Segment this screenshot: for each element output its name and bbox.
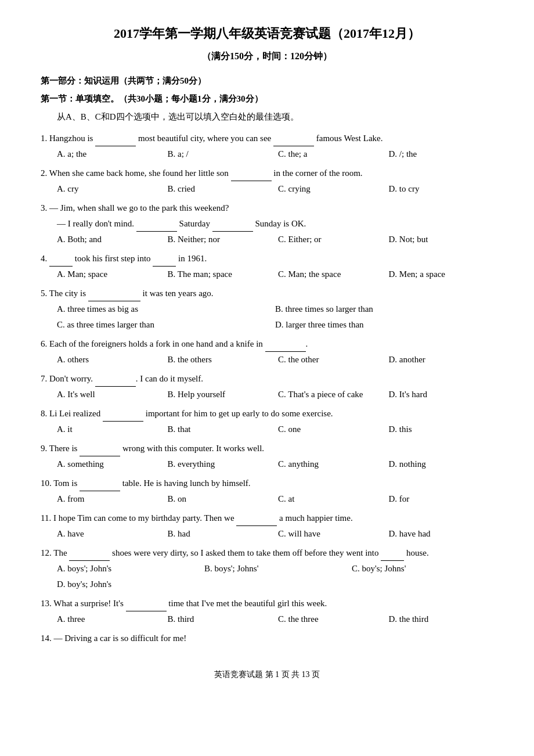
q13-option-c: C. the three (278, 611, 383, 627)
question-12: 12. The shoes were very dirty, so I aske… (41, 545, 493, 592)
q12-option-c: C. boy's; Johns' (352, 561, 493, 577)
section1-header: 第一节：单项填空。（共30小题；每小题1分，满分30分） (41, 91, 493, 107)
question-11-options: A. have B. had C. will have D. have had (41, 526, 493, 542)
q12-option-a: A. boys'; John's (57, 561, 199, 577)
q12-option-d: D. boy's; John's (57, 577, 493, 592)
q4-option-a: A. Man; space (57, 267, 162, 282)
question-2-options: A. cry B. cried C. crying D. to cry (41, 181, 493, 197)
q11-option-b: B. had (168, 526, 273, 542)
question-9-text: 9. There is wrong with this computer. It… (41, 441, 493, 456)
question-12-options: A. boys'; John's B. boys'; Johns' C. boy… (41, 561, 493, 592)
q2-option-a: A. cry (57, 181, 162, 197)
q8-option-d: D. this (389, 422, 494, 437)
question-9: 9. There is wrong with this computer. It… (41, 441, 493, 472)
q9-option-b: B. everything (168, 456, 273, 472)
question-10-options: A. from B. on C. at D. for (41, 491, 493, 507)
q1-option-d: D. /; the (389, 146, 494, 162)
question-13-options: A. three B. third C. the three D. the th… (41, 611, 493, 627)
question-2: 2. When she came back home, she found he… (41, 165, 493, 197)
q3-option-b: B. Neither; nor (168, 232, 273, 247)
question-11-text: 11. I hope Tim can come to my birthday p… (41, 510, 493, 526)
q13-option-b: B. third (168, 611, 273, 627)
q13-option-d: D. the third (389, 611, 494, 627)
section1-instruction: 从A、B、C和D四个选项中，选出可以填入空白处的最佳选项。 (41, 109, 493, 125)
question-3-text: 3. — Jim, when shall we go to the park t… (41, 200, 493, 216)
q12-option-b: B. boys'; Johns' (204, 561, 346, 577)
q5-option-a: A. three times as big as (57, 301, 275, 317)
question-10-text: 10. Tom is table. He is having lunch by … (41, 476, 493, 491)
question-7-options: A. It's well B. Help yourself C. That's … (41, 387, 493, 402)
q10-option-d: D. for (389, 491, 494, 507)
question-4-options: A. Man; space B. The man; space C. Man; … (41, 267, 493, 282)
q3-option-a: A. Both; and (57, 232, 162, 247)
q7-option-b: B. Help yourself (168, 387, 273, 402)
q7-option-a: A. It's well (57, 387, 162, 402)
q8-option-c: C. one (278, 422, 383, 437)
question-8: 8. Li Lei realized important for him to … (41, 406, 493, 437)
q7-option-d: D. It's hard (389, 387, 494, 402)
question-3: 3. — Jim, when shall we go to the park t… (41, 200, 493, 247)
question-1-text: 1. Hangzhou is most beautiful city, wher… (41, 131, 493, 146)
q3-option-c: C. Either; or (278, 232, 383, 247)
q4-option-b: B. The man; space (168, 267, 273, 282)
q10-option-c: C. at (278, 491, 383, 507)
question-8-text: 8. Li Lei realized important for him to … (41, 406, 493, 422)
q5-option-b: B. three times so larger than (275, 301, 493, 317)
question-3-options: A. Both; and B. Neither; nor C. Either; … (41, 232, 493, 247)
question-5-options: A. three times as big as B. three times … (41, 301, 493, 333)
question-14: 14. — Driving a car is so difficult for … (41, 631, 493, 646)
q10-option-b: B. on (168, 491, 273, 507)
question-6: 6. Each of the foreigners holds a fork i… (41, 336, 493, 368)
question-7: 7. Don't worry. . I can do it myself. A.… (41, 371, 493, 402)
question-14-text: 14. — Driving a car is so difficult for … (41, 631, 493, 646)
page-title: 2017学年第一学期八年级英语竞赛试题（2017年12月） (41, 23, 493, 44)
footer: 英语竞赛试题 第 1 页 共 13 页 (41, 669, 493, 680)
q6-option-a: A. others (57, 352, 162, 368)
q4-option-d: D. Men; a space (389, 267, 494, 282)
question-3-text2: — I really don't mind. Saturday Sunday i… (41, 216, 493, 232)
question-1: 1. Hangzhou is most beautiful city, wher… (41, 131, 493, 162)
q6-option-c: C. the other (278, 352, 383, 368)
q9-option-c: C. anything (278, 456, 383, 472)
question-4: 4. took his first step into in 1961. A. … (41, 251, 493, 282)
q13-option-a: A. three (57, 611, 162, 627)
q1-option-b: B. a; / (168, 146, 273, 162)
q2-option-c: C. crying (278, 181, 383, 197)
q11-option-c: C. will have (278, 526, 383, 542)
question-6-options: A. others B. the others C. the other D. … (41, 352, 493, 368)
q2-option-b: B. cried (168, 181, 273, 197)
q6-option-b: B. the others (168, 352, 273, 368)
q5-option-c: C. as three times larger than (57, 317, 275, 333)
question-8-options: A. it B. that C. one D. this (41, 422, 493, 437)
q8-option-b: B. that (168, 422, 273, 437)
part1-header: 第一部分：知识运用（共两节；满分50分） (41, 73, 493, 89)
q9-option-a: A. something (57, 456, 162, 472)
question-5: 5. The city is it was ten years ago. A. … (41, 286, 493, 333)
question-5-text: 5. The city is it was ten years ago. (41, 286, 493, 301)
question-4-text: 4. took his first step into in 1961. (41, 251, 493, 267)
q7-option-c: C. That's a piece of cake (278, 387, 383, 402)
q1-option-a: A. a; the (57, 146, 162, 162)
question-11: 11. I hope Tim can come to my birthday p… (41, 510, 493, 542)
q5-option-d: D. larger three times than (275, 317, 493, 333)
q3-option-d: D. Not; but (389, 232, 494, 247)
q1-option-c: C. the; a (278, 146, 383, 162)
q11-option-d: D. have had (389, 526, 494, 542)
q2-option-d: D. to cry (389, 181, 494, 197)
question-6-text: 6. Each of the foreigners holds a fork i… (41, 336, 493, 352)
q11-option-a: A. have (57, 526, 162, 542)
q10-option-a: A. from (57, 491, 162, 507)
question-10: 10. Tom is table. He is having lunch by … (41, 476, 493, 507)
question-2-text: 2. When she came back home, she found he… (41, 165, 493, 181)
q4-option-c: C. Man; the space (278, 267, 383, 282)
question-12-text: 12. The shoes were very dirty, so I aske… (41, 545, 493, 561)
question-13-text: 13. What a surprise! It's time that I've… (41, 596, 493, 611)
q9-option-d: D. nothing (389, 456, 494, 472)
q8-option-a: A. it (57, 422, 162, 437)
question-9-options: A. something B. everything C. anything D… (41, 456, 493, 472)
question-7-text: 7. Don't worry. . I can do it myself. (41, 371, 493, 387)
question-13: 13. What a surprise! It's time that I've… (41, 596, 493, 627)
q6-option-d: D. another (389, 352, 494, 368)
subtitle: （满分150分，时间：120分钟） (41, 51, 493, 63)
question-1-options: A. a; the B. a; / C. the; a D. /; the (41, 146, 493, 162)
